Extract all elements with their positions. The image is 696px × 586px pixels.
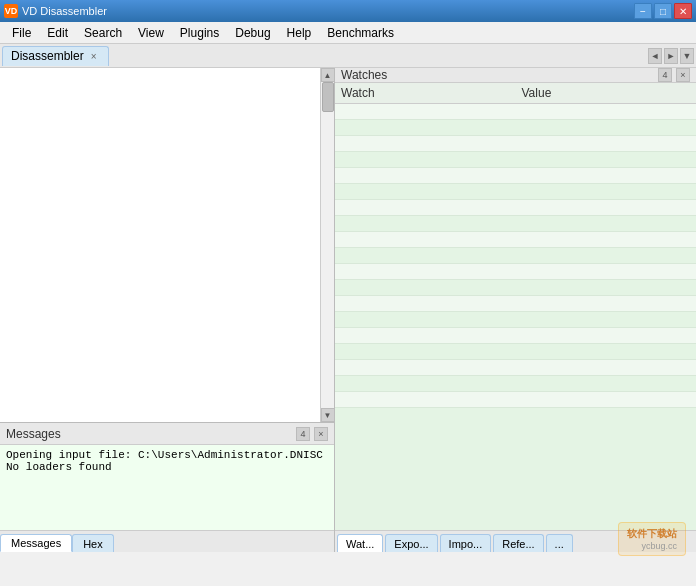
watches-row[interactable] bbox=[335, 391, 696, 407]
watches-cell-watch bbox=[335, 407, 516, 423]
messages-close-button[interactable]: × bbox=[314, 427, 328, 441]
watches-row[interactable] bbox=[335, 311, 696, 327]
watches-cell-value bbox=[516, 327, 697, 343]
watches-cell-watch bbox=[335, 295, 516, 311]
watches-bottom-content bbox=[335, 423, 696, 530]
scroll-thumb[interactable] bbox=[322, 82, 334, 112]
tab-disassembler[interactable]: Disassembler × bbox=[2, 46, 109, 66]
watches-row[interactable] bbox=[335, 247, 696, 263]
watches-cell-watch bbox=[335, 327, 516, 343]
menu-search[interactable]: Search bbox=[76, 24, 130, 42]
watches-cell-value bbox=[516, 231, 697, 247]
watches-cell-value bbox=[516, 151, 697, 167]
tab-exports[interactable]: Expo... bbox=[385, 534, 437, 552]
title-bar: VD VD Disassembler − □ ✕ bbox=[0, 0, 696, 22]
tab-next-button[interactable]: ► bbox=[664, 48, 678, 64]
maximize-button[interactable]: □ bbox=[654, 3, 672, 19]
tab-watches[interactable]: Wat... bbox=[337, 534, 383, 552]
menu-benchmarks[interactable]: Benchmarks bbox=[319, 24, 402, 42]
watches-cell-watch bbox=[335, 135, 516, 151]
messages-controls: 4 × bbox=[296, 427, 328, 441]
watches-row[interactable] bbox=[335, 119, 696, 135]
watches-row[interactable] bbox=[335, 327, 696, 343]
tab-more[interactable]: ... bbox=[546, 534, 573, 552]
watches-cell-watch bbox=[335, 103, 516, 119]
watches-cell-value bbox=[516, 311, 697, 327]
menu-bar: File Edit Search View Plugins Debug Help… bbox=[0, 22, 696, 44]
minimize-button[interactable]: − bbox=[634, 3, 652, 19]
watches-cell-watch bbox=[335, 151, 516, 167]
watches-pin-button[interactable]: 4 bbox=[658, 68, 672, 82]
watches-title: Watches bbox=[341, 68, 387, 82]
disassembler-content[interactable]: ▲ ▼ bbox=[0, 68, 334, 422]
watches-row[interactable] bbox=[335, 183, 696, 199]
watches-row[interactable] bbox=[335, 135, 696, 151]
tab-bar: Disassembler × ◄ ► ▼ bbox=[0, 44, 696, 68]
main-area: ▲ ▼ Watches 4 × Watch Value bbox=[0, 68, 696, 422]
message-line: Opening input file: C:\Users\Administrat… bbox=[6, 449, 328, 461]
watches-cell-watch bbox=[335, 119, 516, 135]
watches-col-value: Value bbox=[516, 83, 697, 103]
watches-row[interactable] bbox=[335, 279, 696, 295]
watches-row[interactable] bbox=[335, 295, 696, 311]
watches-row[interactable] bbox=[335, 167, 696, 183]
menu-debug[interactable]: Debug bbox=[227, 24, 278, 42]
watches-cell-watch bbox=[335, 375, 516, 391]
tab-prev-button[interactable]: ◄ bbox=[648, 48, 662, 64]
scroll-down-button[interactable]: ▼ bbox=[321, 408, 335, 422]
tab-close-button[interactable]: × bbox=[88, 50, 100, 62]
tab-menu-button[interactable]: ▼ bbox=[680, 48, 694, 64]
watches-cell-watch bbox=[335, 343, 516, 359]
disassembler-panel: ▲ ▼ bbox=[0, 68, 335, 422]
watches-panel: Watches 4 × Watch Value bbox=[335, 68, 696, 422]
watches-cell-value bbox=[516, 135, 697, 151]
watches-cell-value bbox=[516, 167, 697, 183]
disassembler-scrollbar[interactable]: ▲ ▼ bbox=[320, 68, 334, 422]
watches-cell-value bbox=[516, 215, 697, 231]
watches-col-watch: Watch bbox=[335, 83, 516, 103]
watches-row[interactable] bbox=[335, 103, 696, 119]
messages-header: Messages 4 × bbox=[0, 423, 334, 445]
menu-plugins[interactable]: Plugins bbox=[172, 24, 227, 42]
watches-cell-value bbox=[516, 183, 697, 199]
bottom-tab-bar-left: Messages Hex bbox=[0, 530, 334, 552]
watches-cell-value bbox=[516, 279, 697, 295]
watches-cell-value bbox=[516, 119, 697, 135]
watches-row[interactable] bbox=[335, 375, 696, 391]
watches-row[interactable] bbox=[335, 199, 696, 215]
watches-cell-watch bbox=[335, 263, 516, 279]
messages-pin-button[interactable]: 4 bbox=[296, 427, 310, 441]
watches-cell-value bbox=[516, 375, 697, 391]
scroll-up-button[interactable]: ▲ bbox=[321, 68, 335, 82]
watches-close-button[interactable]: × bbox=[676, 68, 690, 82]
menu-file[interactable]: File bbox=[4, 24, 39, 42]
watches-row[interactable] bbox=[335, 407, 696, 423]
watches-row[interactable] bbox=[335, 215, 696, 231]
tab-messages[interactable]: Messages bbox=[0, 534, 72, 552]
menu-help[interactable]: Help bbox=[279, 24, 320, 42]
watches-row[interactable] bbox=[335, 231, 696, 247]
watches-row[interactable] bbox=[335, 343, 696, 359]
watches-row[interactable] bbox=[335, 263, 696, 279]
watches-cell-value bbox=[516, 343, 697, 359]
watches-cell-watch bbox=[335, 391, 516, 407]
watches-row[interactable] bbox=[335, 359, 696, 375]
watches-controls: 4 × bbox=[658, 68, 690, 82]
tab-references[interactable]: Refe... bbox=[493, 534, 543, 552]
watches-cell-watch bbox=[335, 311, 516, 327]
window-close-button[interactable]: ✕ bbox=[674, 3, 692, 19]
title-bar-left: VD VD Disassembler bbox=[4, 4, 107, 18]
watches-cell-value bbox=[516, 103, 697, 119]
menu-view[interactable]: View bbox=[130, 24, 172, 42]
message-line: No loaders found bbox=[6, 461, 328, 473]
watches-cell-watch bbox=[335, 167, 516, 183]
watches-bottom-tabs: Wat... Expo... Impo... Refe... ... bbox=[335, 530, 696, 552]
tab-hex[interactable]: Hex bbox=[72, 534, 114, 552]
watches-bottom-panel: Wat... Expo... Impo... Refe... ... bbox=[335, 423, 696, 552]
watches-row[interactable] bbox=[335, 151, 696, 167]
menu-edit[interactable]: Edit bbox=[39, 24, 76, 42]
watches-cell-value bbox=[516, 295, 697, 311]
watches-cell-value bbox=[516, 391, 697, 407]
tab-imports[interactable]: Impo... bbox=[440, 534, 492, 552]
messages-content[interactable]: Opening input file: C:\Users\Administrat… bbox=[0, 445, 334, 530]
